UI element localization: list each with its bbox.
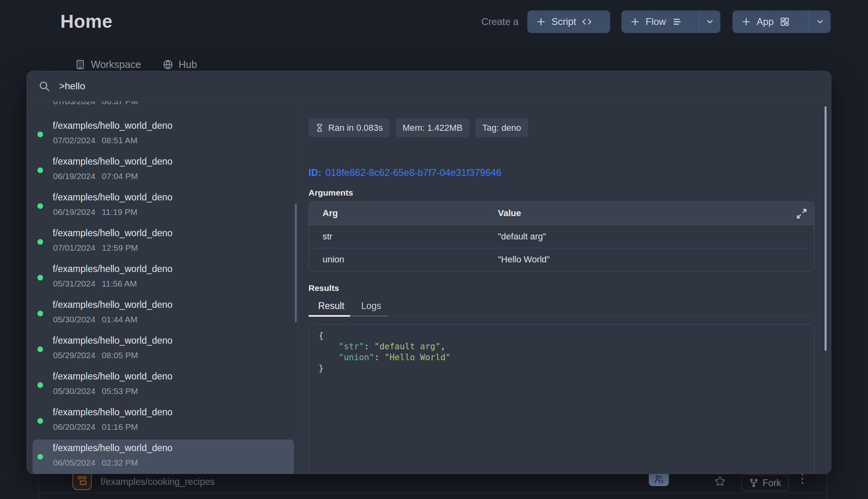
success-dot-icon [37,132,43,137]
search-icon [38,80,50,92]
run-results-list: 07/03/202406:37 PM f/examples/hello_worl… [27,101,298,474]
duration-badge: Ran in 0.083s [309,118,390,137]
windmill-home-screen: Home Create a Script Flow App [0,0,868,499]
dashboard-icon [780,17,790,27]
search-input[interactable] [59,80,821,92]
success-dot-icon [37,203,43,209]
tag-badge: Tag: deno [475,118,528,137]
success-dot-icon [37,346,43,352]
run-list-item[interactable]: f/examples/hello_world_deno 07/02/202408… [27,120,298,153]
memory-badge: Mem: 1.422MB [396,118,469,137]
success-dot-icon [37,275,43,280]
fork-button-label: Fork [763,478,781,489]
create-flow-button-main[interactable]: Flow [621,10,699,33]
tab-logs-indicator [350,315,388,317]
results-tabs: Result Logs [309,301,815,318]
table-row: str "default arg" [309,225,814,248]
git-fork-icon [749,478,759,488]
run-list-item[interactable]: f/examples/hello_world_deno 05/30/202405… [27,371,298,404]
create-flow-label: Flow [646,16,666,27]
success-dot-icon [37,418,43,424]
tab-hub-label: Hub [179,59,197,70]
tab-logs[interactable]: Logs [361,301,381,311]
success-dot-icon [37,167,43,173]
run-meta-badges: Ran in 0.083s Mem: 1.422MB Tag: deno [309,118,528,137]
tab-workspace[interactable]: Workspace [75,59,141,70]
fork-button[interactable]: Fork [741,475,789,491]
create-script-label: Script [551,16,576,27]
building-icon [75,59,86,70]
result-json-viewer: {"str": "default arg","union": "Hello Wo… [309,324,815,474]
list-scrollbar-thumb[interactable] [295,204,297,322]
create-app-button-main[interactable]: App [732,10,809,33]
expand-icon [796,208,807,219]
flow-bars-icon [672,17,682,27]
run-detail-panel: Ran in 0.083s Mem: 1.422MB Tag: deno ID:… [304,101,831,474]
run-list-item[interactable]: f/examples/hello_world_deno 05/30/202401… [27,299,298,332]
pane-divider [298,101,298,474]
create-flow-button: Flow [621,10,720,33]
run-list-item[interactable]: f/examples/hello_world_deno 06/19/202411… [27,192,298,225]
results-heading: Results [309,283,339,293]
table-row: union "Hello World" [309,248,814,271]
expand-table-button[interactable] [796,208,808,220]
arguments-table-header: Arg Value [309,202,814,225]
detail-scrollbar-thumb[interactable] [825,106,827,351]
run-id-label: ID: [309,167,321,178]
app-row-path: f/examples/cooking_recipes [101,476,215,487]
tab-result-indicator [309,315,350,317]
search-bar [27,71,831,101]
page-row-divider [38,493,827,493]
global-search-modal: 07/03/202406:37 PM f/examples/hello_worl… [27,71,831,474]
create-app-button: App [732,10,831,33]
create-flow-dropdown[interactable] [699,10,720,33]
run-list-item[interactable]: f/examples/hello_world_deno 06/19/202407… [27,156,298,189]
column-value: Value [498,208,521,219]
success-dot-icon [37,239,43,245]
tab-result[interactable]: Result [318,301,344,311]
plus-icon [741,17,751,27]
create-script-button-main[interactable]: Script [527,10,601,33]
run-id[interactable]: ID:018fe862-8c62-65e8-b7f7-04e31f379646 [309,167,502,178]
chevron-down-icon [816,17,825,26]
chevron-down-icon [706,17,714,26]
success-dot-icon [37,454,43,460]
run-list-item[interactable]: f/examples/hello_world_deno 05/29/202408… [27,335,298,368]
favorite-star-button[interactable] [714,475,726,489]
run-item-partial[interactable]: 07/03/202406:37 PM [53,101,138,106]
tab-workspace-label: Workspace [91,59,141,70]
success-dot-icon [37,382,43,388]
app-grid-icon [77,475,87,486]
create-script-button[interactable]: Script [527,10,610,33]
create-app-dropdown[interactable] [809,10,831,33]
plus-icon [536,17,546,27]
arguments-table: Arg Value str "default arg" union "Hello… [309,202,815,271]
arguments-heading: Arguments [309,188,353,198]
run-list-item[interactable]: f/examples/hello_world_deno 05/31/202411… [27,264,298,297]
hourglass-icon [315,123,324,132]
users-icon [653,474,664,485]
plus-icon [630,17,640,27]
globe-icon [162,59,173,70]
run-list-item[interactable]: f/examples/hello_world_deno 07/01/202412… [27,228,298,261]
success-dot-icon [37,311,43,316]
code-icon [582,17,592,27]
run-list-item[interactable]: f/examples/hello_world_deno 06/20/202401… [27,407,298,440]
star-icon [714,475,726,488]
column-arg: Arg [323,208,498,219]
run-list-item-selected[interactable]: f/examples/hello_world_deno 06/05/202402… [27,443,298,474]
run-id-value: 018fe862-8c62-65e8-b7f7-04e31f379646 [325,167,502,178]
more-options-button[interactable]: ⋮ [796,473,804,484]
create-app-label: App [757,16,774,27]
tab-hub[interactable]: Hub [162,59,197,70]
page-title: Home [60,10,113,32]
create-a-label: Create a [481,16,518,27]
